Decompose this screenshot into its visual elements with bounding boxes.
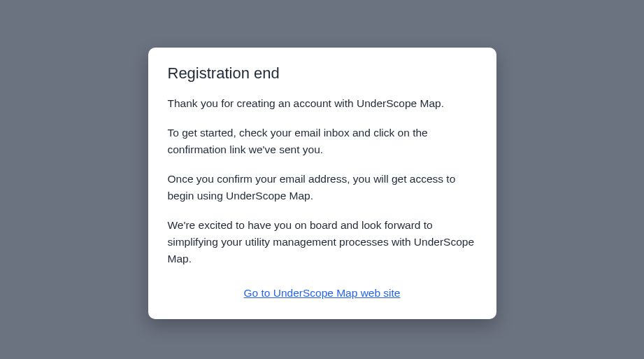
link-container: Go to UnderScope Map web site: [168, 287, 477, 300]
registration-end-dialog: Registration end Thank you for creating …: [148, 48, 496, 319]
dialog-title: Registration end: [168, 64, 477, 83]
dialog-paragraph: To get started, check your email inbox a…: [168, 125, 477, 158]
dialog-paragraph: Thank you for creating an account with U…: [168, 95, 477, 112]
go-to-website-link[interactable]: Go to UnderScope Map web site: [243, 287, 400, 299]
dialog-paragraph: Once you confirm your email address, you…: [168, 171, 477, 204]
dialog-paragraph: We're excited to have you on board and l…: [168, 217, 477, 267]
